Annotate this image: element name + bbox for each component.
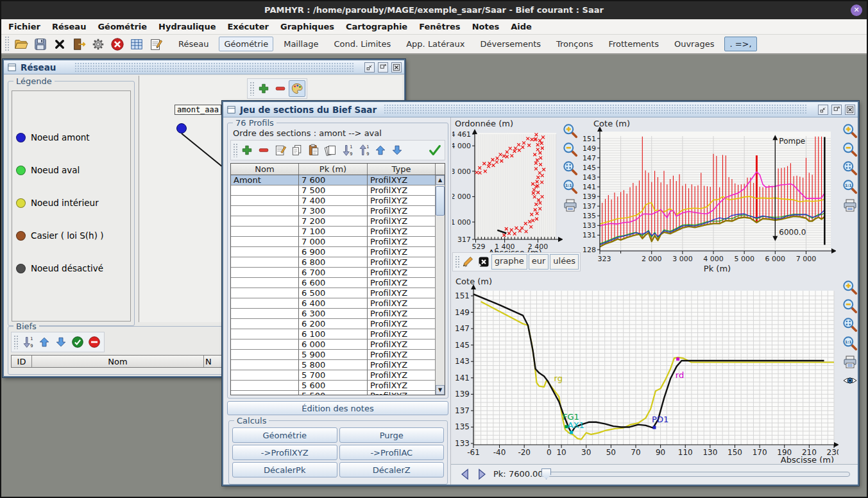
plus-icon[interactable] [239,142,255,159]
edit-icon[interactable] [272,142,289,159]
table-row[interactable]: 6 600ProfilXYZ [231,278,445,288]
notes-icon[interactable] [148,36,164,53]
table-row[interactable]: 5 600ProfilXYZ [231,381,445,391]
zoom-1-1-icon[interactable]: 1:1 [562,178,579,195]
zoom-in-icon[interactable] [562,123,579,139]
type-cell[interactable]: ProfilXYZ [368,196,436,206]
type-cell[interactable]: ProfilXYZ [368,227,436,237]
open-icon[interactable] [13,36,30,53]
window-max-icon[interactable] [378,62,388,73]
toolbar-grip[interactable] [4,36,10,52]
calc-button-g-om-trie[interactable]: Géométrie [232,427,337,443]
nom-cell[interactable] [231,370,299,381]
nom-cell[interactable] [231,350,299,360]
calc-button--profilxyz[interactable]: ->ProfilXYZ [232,445,337,460]
toolbar-button-tron-ons[interactable]: Tronçons [551,37,598,51]
toolbar-button-ouvrages[interactable]: Ouvrages [669,37,720,51]
zoom-out-icon[interactable] [842,298,858,314]
nom-cell[interactable] [231,298,299,309]
nom-cell[interactable] [231,216,299,227]
sort-up-icon[interactable]: 19 [355,142,372,159]
table-row[interactable]: 5 500ProfilXYZ [231,391,445,395]
type-cell[interactable]: ProfilXYZ [368,288,436,298]
sheets-icon[interactable] [322,142,339,159]
pk-cell[interactable]: 7 500 [299,185,368,196]
nom-cell[interactable] [231,206,299,216]
pk-cell[interactable]: 7 400 [299,196,368,206]
clear-icon[interactable] [476,253,491,270]
menu-aide[interactable]: Aide [505,21,538,33]
table-row[interactable]: 7 400ProfilXYZ [231,196,445,206]
zoom-1-1-icon[interactable]: 1:1 [842,178,858,195]
prev-icon[interactable] [457,467,473,482]
check-icon[interactable] [427,142,443,159]
table-row[interactable]: Amont7 600ProfilXYZ [231,175,445,185]
biefs-column-id[interactable]: ID [12,356,32,367]
window-max-icon[interactable] [831,105,842,115]
plan-chart[interactable]: 3171 0002 0003 0004 0004 4615291 4002 40… [452,126,563,257]
window-min-icon[interactable] [364,62,375,73]
pk-cell[interactable]: 5 900 [299,350,368,360]
type-cell[interactable]: ProfilXYZ [368,339,436,350]
type-cell[interactable]: ProfilXYZ [368,175,436,185]
nom-cell[interactable] [231,381,299,391]
plan-tab-eur[interactable]: eur [529,254,549,270]
plus-icon[interactable] [255,80,272,97]
toolbar-button-cond-limites[interactable]: Cond. Limites [328,37,396,51]
pk-cell[interactable]: 6 600 [299,278,368,288]
sections-titlebar[interactable]: Jeu de sections du Bief Saar [223,102,858,117]
type-cell[interactable]: ProfilXYZ [368,381,436,391]
type-cell[interactable]: ProfilXYZ [368,206,436,216]
pk-cell[interactable]: 7 000 [299,237,368,247]
table-scrollbar[interactable]: ▲ ▼ [435,175,445,395]
type-cell[interactable]: ProfilXYZ [368,319,436,329]
nom-cell[interactable] [231,278,299,288]
type-cell[interactable]: ProfilXYZ [368,257,436,268]
network-toolbar-grip[interactable] [250,82,255,96]
pk-cell[interactable]: 6 700 [299,268,368,278]
table-row[interactable]: 7 300ProfilXYZ [231,206,445,216]
settings-icon[interactable] [90,36,106,53]
enable-icon[interactable] [69,334,86,350]
pk-cell[interactable]: 6 000 [299,339,368,350]
print-icon[interactable] [842,197,858,214]
nom-cell[interactable] [231,196,299,206]
palette-icon[interactable] [289,80,305,97]
nom-cell[interactable] [231,360,299,370]
scroll-down-icon[interactable]: ▼ [436,385,445,395]
pk-cell[interactable]: 6 900 [299,247,368,257]
type-cell[interactable]: ProfilXYZ [368,237,436,247]
move-down-icon[interactable] [53,334,69,350]
cross-section-chart[interactable]: rgFG1AX1PD1rd133135137139141143145147149… [451,283,838,463]
menu-hydraulique[interactable]: Hydraulique [153,21,221,33]
pk-cell[interactable]: 6 400 [299,298,368,309]
biefs-toolbar-grip[interactable] [13,335,19,349]
reseau-titlebar[interactable]: Réseau [4,60,404,74]
node-label[interactable]: amont_aaa [174,105,221,115]
pk-cell[interactable]: 5 700 [299,370,368,381]
eye-icon[interactable] [842,372,858,389]
pk-cell[interactable]: 6 800 [299,257,368,268]
menu-géométrie[interactable]: Géométrie [92,21,153,33]
type-cell[interactable]: ProfilXYZ [368,360,436,370]
calc-button-d-calerz[interactable]: DécalerZ [339,462,445,477]
profils-column-pk[interactable]: Pk (m) [299,164,368,175]
grid-icon[interactable] [128,36,145,53]
app-close-icon[interactable]: ✕ [851,4,862,16]
toolbar-button-g-om-trie[interactable]: Géométrie [219,37,273,51]
table-row[interactable]: 6 300ProfilXYZ [231,309,445,319]
menu-notes[interactable]: Notes [466,21,506,33]
window-min-icon[interactable] [818,105,828,115]
type-cell[interactable]: ProfilXYZ [368,370,436,381]
menu-cartographie[interactable]: Cartographie [340,21,413,33]
type-cell[interactable]: ProfilXYZ [368,309,436,319]
print-icon[interactable] [562,197,579,214]
profils-column-type[interactable]: Type [368,164,436,175]
nom-cell[interactable] [231,237,299,247]
longitudinal-chart[interactable]: Pompe6000.012813113313513713914114314514… [583,125,836,274]
table-row[interactable]: 5 900ProfilXYZ [231,350,445,360]
zoom-fit-icon[interactable] [842,316,858,333]
pk-cell[interactable]: 6 300 [299,309,368,319]
menu-graphiques[interactable]: Graphiques [275,21,340,33]
pk-cell[interactable]: 7 100 [299,227,368,237]
